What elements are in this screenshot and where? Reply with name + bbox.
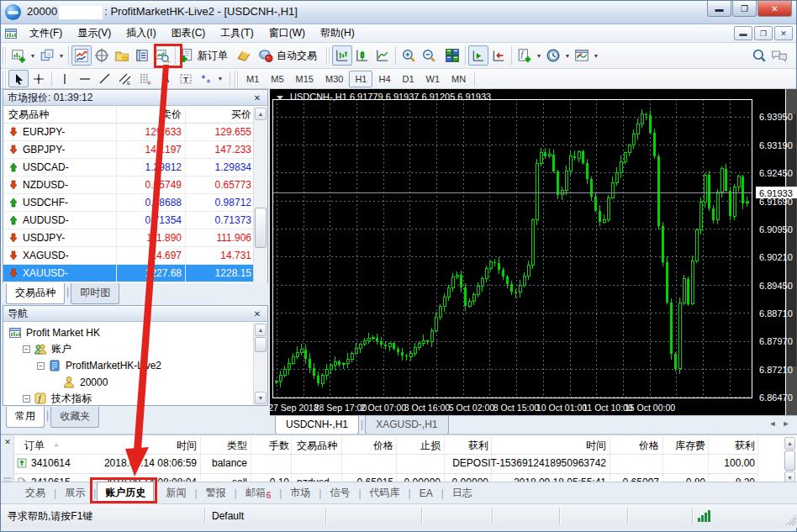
market-watch-row[interactable]: EURJPY-129.633129.655 — [3, 124, 267, 141]
menu-item-2[interactable]: 插入(I) — [119, 24, 163, 42]
market-watch-row[interactable]: USDCAD-1.298121.29834 — [3, 159, 267, 176]
templates-dropdown[interactable]: ▼ — [592, 45, 600, 66]
chart-shift-button[interactable] — [488, 45, 509, 66]
scroll-thumb[interactable] — [784, 450, 795, 471]
scroll-thumb[interactable] — [255, 337, 267, 352]
horizontal-line-button[interactable] — [75, 70, 95, 87]
resize-grip[interactable] — [785, 514, 796, 525]
menu-item-1[interactable]: 显示(V) — [70, 24, 119, 42]
mdi-minimize-button[interactable]: ▬ — [734, 26, 752, 40]
close-button[interactable]: ✕ — [757, 1, 792, 17]
text-label-button[interactable]: T — [176, 70, 196, 87]
market-watch-scrollbar[interactable]: ▲ ▼ — [253, 107, 267, 303]
terminal-tab-5[interactable]: 邮箱6 — [238, 482, 279, 503]
navigator-button[interactable] — [112, 45, 132, 66]
market-watch-button[interactable] — [71, 45, 92, 66]
navigator-item-0[interactable]: Profit Market HK — [8, 324, 100, 341]
terminal-tab-4[interactable]: 警报 — [198, 482, 234, 503]
menu-item-6[interactable]: 帮助(H) — [313, 24, 362, 42]
chart-tab-0[interactable]: USDCNH-,H1 — [275, 416, 359, 435]
trendline-button[interactable] — [95, 70, 115, 87]
toolbar-grip[interactable] — [326, 47, 330, 64]
toolbar-grip[interactable] — [235, 71, 239, 87]
scroll-up-icon[interactable]: ▲ — [255, 108, 267, 120]
tree-expander-icon[interactable]: − — [23, 345, 30, 353]
line-chart-button[interactable] — [372, 45, 393, 66]
indicators-button[interactable]: f — [515, 45, 535, 66]
navigator-item-2[interactable]: −ProfitMarketHK-Live2 — [37, 357, 161, 374]
timeframe-mn[interactable]: MN — [446, 71, 472, 87]
minimize-button[interactable]: ▬ — [707, 1, 731, 17]
market-watch-row[interactable]: XAGUSD-14.69714.731 — [3, 247, 267, 265]
tree-expander-icon[interactable]: − — [37, 362, 45, 370]
scroll-down-icon[interactable]: ▼ — [255, 392, 267, 404]
navigator-tab-0[interactable]: 常用 — [6, 407, 45, 428]
data-window-button[interactable] — [92, 45, 112, 66]
terminal-button[interactable] — [132, 45, 152, 66]
market-watch-tab-1[interactable]: 即时图 — [71, 283, 119, 304]
menu-item-0[interactable]: 文件(F) — [22, 24, 70, 42]
scroll-up-icon[interactable]: ▲ — [784, 437, 795, 450]
periods-button[interactable] — [543, 45, 563, 66]
terminal-tab-9[interactable]: EA — [412, 484, 441, 503]
text-button[interactable]: A — [156, 70, 176, 87]
terminal-tab-8[interactable]: 代码库 — [362, 482, 408, 503]
timeframe-m30[interactable]: M30 — [319, 71, 349, 87]
chart-tabs-scroll-left-icon[interactable]: ◄ — [766, 416, 779, 428]
terminal-tab-0[interactable]: 交易 — [18, 482, 53, 503]
navigator-item-3[interactable]: 20000 — [51, 374, 108, 391]
profiles-dropdown[interactable]: ▼ — [57, 45, 66, 66]
market-watch-close-icon[interactable]: ✕ — [251, 93, 263, 103]
chart-window[interactable]: 6.939506.931906.924506.916906.909506.902… — [270, 89, 797, 434]
menu-item-5[interactable]: 窗口(W) — [261, 24, 313, 42]
periods-dropdown[interactable]: ▼ — [563, 45, 572, 66]
market-watch-row[interactable]: USDCHF-0.986880.98712 — [3, 194, 267, 212]
timeframe-m5[interactable]: M5 — [265, 71, 289, 87]
tile-windows-button[interactable] — [442, 45, 462, 66]
navigator-scrollbar[interactable]: ▲ ▼ — [253, 323, 267, 405]
terminal-tab-7[interactable]: 信号 — [322, 482, 357, 503]
chat-button[interactable] — [769, 45, 789, 66]
new-chart-button[interactable] — [8, 45, 29, 66]
vertical-line-button[interactable] — [55, 70, 75, 87]
new-chart-dropdown[interactable]: ▼ — [29, 45, 37, 66]
equidistant-channel-button[interactable]: E — [115, 70, 135, 87]
timeframe-w1[interactable]: W1 — [420, 71, 446, 87]
column-header-symbol[interactable]: 交易品种 — [3, 106, 117, 123]
new-order-button[interactable]: 新订单 — [178, 45, 229, 66]
market-watch-header[interactable]: 市场报价: 01:39:12 ✕ — [3, 90, 267, 106]
terminal-tab-10[interactable]: 日志 — [445, 482, 480, 503]
market-watch-row[interactable]: NZDUSD-0.657490.65773 — [3, 176, 267, 194]
candlestick-button[interactable] — [352, 45, 372, 66]
tree-expander-icon[interactable]: − — [23, 395, 30, 403]
terminal-tab-1[interactable]: 展示 — [57, 482, 92, 503]
templates-button[interactable] — [572, 45, 592, 66]
chart-canvas[interactable]: 6.939506.931906.924506.916906.909506.902… — [270, 89, 797, 415]
column-header-bid[interactable]: 卖价 — [117, 106, 186, 123]
navigator-item-4[interactable]: −f技术指标 — [23, 390, 92, 407]
column-header-ask[interactable]: 买价 — [186, 106, 255, 123]
zoom-in-button[interactable] — [398, 45, 419, 66]
arrows-dropdown[interactable]: ▼ — [216, 69, 224, 89]
indicators-dropdown[interactable]: ▼ — [535, 45, 543, 66]
bar-chart-button[interactable] — [332, 45, 352, 66]
toolbar-grip[interactable] — [3, 47, 7, 64]
timeframe-m1[interactable]: M1 — [240, 71, 265, 87]
menu-item-3[interactable]: 图表(C) — [164, 24, 214, 42]
timeframe-h1[interactable]: H1 — [349, 71, 372, 87]
arrows-button[interactable] — [196, 70, 216, 87]
scroll-up-icon[interactable]: ▲ — [255, 324, 267, 336]
market-watch-tab-0[interactable]: 交易品种 — [6, 283, 65, 304]
menu-item-4[interactable]: 工具(T) — [213, 24, 261, 42]
scroll-thumb[interactable] — [255, 208, 267, 248]
navigator-header[interactable]: 导航 ✕ — [3, 306, 267, 322]
market-watch-row[interactable]: XAUUSD-1227.681228.15 — [3, 265, 267, 282]
market-watch-row[interactable]: AUDUSD-0.713540.71373 — [3, 212, 267, 229]
timeframe-d1[interactable]: D1 — [397, 71, 420, 87]
maximize-button[interactable]: ❐ — [732, 1, 757, 17]
market-watch-row[interactable]: GBPJPY-147.197147.233 — [3, 141, 267, 159]
history-row-balance[interactable]: 34106142018.09.14 08:06:59balanceDEPOSIT… — [14, 454, 797, 473]
chart-tab-1[interactable]: XAGUSD-,H1 — [365, 416, 448, 435]
status-profile[interactable]: Default — [205, 510, 325, 522]
crosshair-button[interactable] — [29, 70, 49, 87]
